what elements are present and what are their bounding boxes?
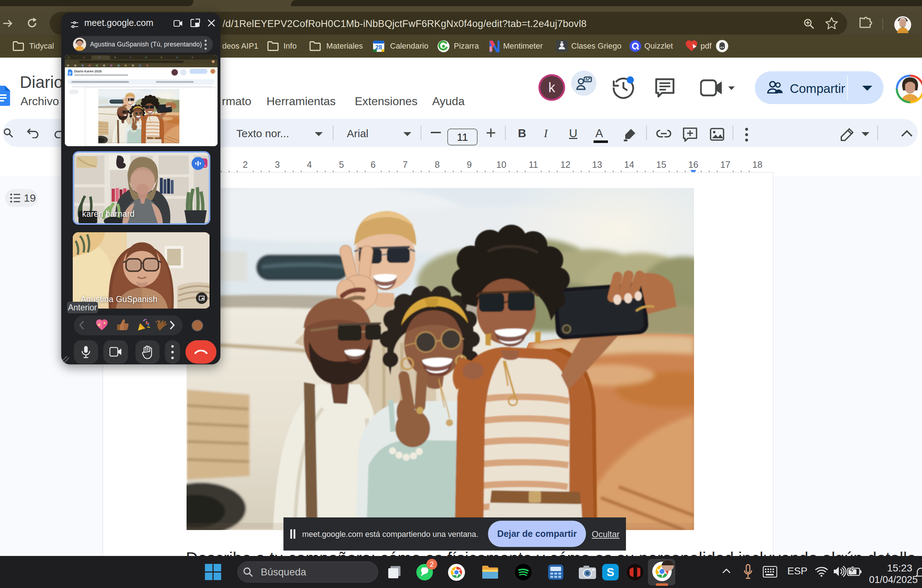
svg-text:18: 18 [752, 160, 762, 170]
svg-text:15: 15 [656, 160, 666, 170]
svg-text:12: 12 [561, 160, 571, 170]
svg-text:6: 6 [371, 160, 376, 170]
svg-text:10: 10 [496, 160, 507, 170]
svg-text:16: 16 [688, 160, 698, 170]
svg-text:8: 8 [435, 160, 440, 170]
svg-text:4: 4 [307, 160, 312, 170]
svg-text:13: 13 [592, 160, 602, 170]
svg-text:7: 7 [403, 160, 408, 170]
svg-text:17: 17 [720, 160, 731, 170]
svg-text:9: 9 [467, 160, 472, 170]
svg-text:3: 3 [275, 160, 280, 170]
svg-text:5: 5 [339, 160, 344, 170]
svg-text:2: 2 [243, 160, 248, 170]
svg-text:28: 28 [375, 44, 382, 51]
svg-text:14: 14 [624, 160, 634, 170]
svg-text:11: 11 [529, 160, 538, 170]
